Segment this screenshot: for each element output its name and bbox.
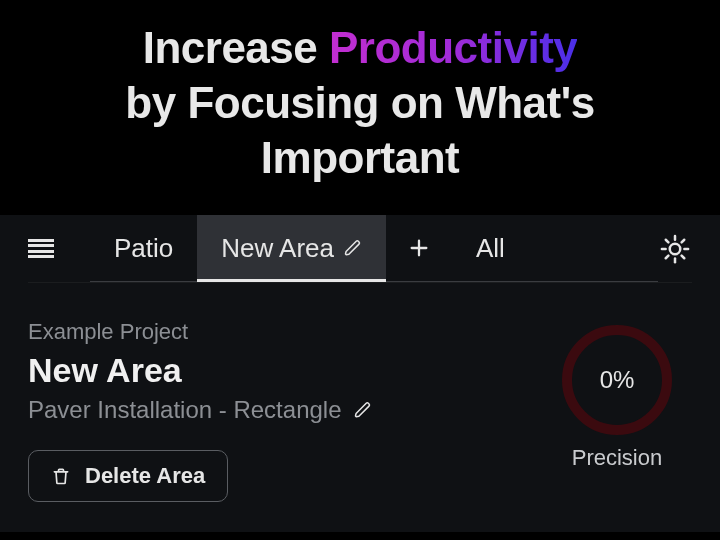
precision-label: Precision [572, 445, 662, 471]
delete-area-button[interactable]: Delete Area [28, 450, 228, 502]
area-title: New Area [28, 351, 542, 390]
svg-line-8 [682, 239, 685, 242]
hero-banner: Increase Productivity by Focusing on Wha… [0, 0, 720, 215]
subtitle-row: Paver Installation - Rectangle [28, 396, 542, 424]
tab-bar: Patio New Area All [28, 215, 692, 283]
precision-widget: 0% Precision [542, 325, 692, 471]
trash-icon [51, 465, 71, 487]
add-tab-button[interactable] [386, 215, 452, 281]
hero-highlight-word: Productivity [329, 23, 577, 72]
content-row: Example Project New Area Paver Installat… [28, 283, 692, 502]
tab-patio[interactable]: Patio [90, 215, 197, 281]
tabs-container: Patio New Area All [90, 215, 658, 282]
hero-line3: Important [261, 133, 459, 182]
pencil-icon[interactable] [354, 401, 372, 419]
tab-new-area-label: New Area [221, 233, 334, 264]
brightness-button[interactable] [658, 232, 692, 266]
sun-icon [660, 234, 690, 264]
svg-line-5 [666, 239, 669, 242]
tab-all[interactable]: All [452, 215, 529, 281]
content-left: Example Project New Area Paver Installat… [28, 319, 542, 502]
area-subtitle: Paver Installation - Rectangle [28, 396, 342, 424]
tab-all-label: All [476, 233, 505, 264]
plus-icon [408, 237, 430, 259]
hero-line1-pre: Increase [143, 23, 329, 72]
precision-ring: 0% [562, 325, 672, 435]
delete-area-label: Delete Area [85, 463, 205, 489]
tab-patio-label: Patio [114, 233, 173, 264]
svg-point-0 [670, 243, 681, 254]
menu-icon[interactable] [28, 239, 54, 259]
hero-line2: by Focusing on What's [125, 78, 594, 127]
pencil-icon[interactable] [344, 239, 362, 257]
project-label: Example Project [28, 319, 542, 345]
hero-heading: Increase Productivity by Focusing on Wha… [40, 20, 680, 185]
precision-value: 0% [600, 366, 635, 394]
svg-line-7 [666, 255, 669, 258]
tab-new-area[interactable]: New Area [197, 215, 386, 281]
svg-line-6 [682, 255, 685, 258]
app-panel: Patio New Area All [0, 215, 720, 532]
